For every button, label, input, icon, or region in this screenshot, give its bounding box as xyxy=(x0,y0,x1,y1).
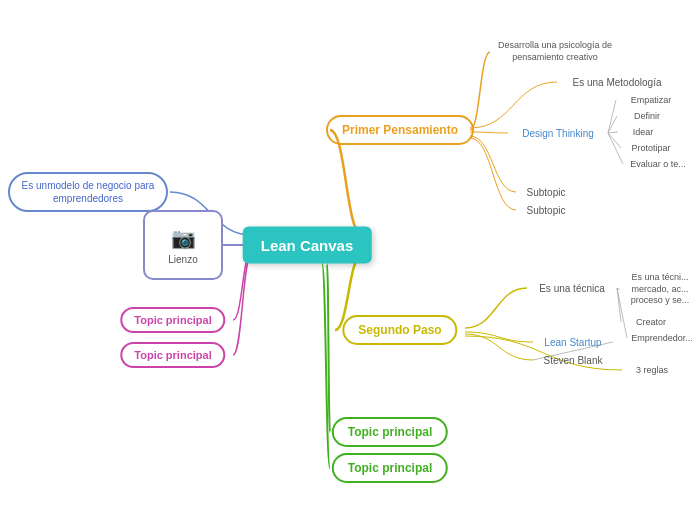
subtopic-sub1: Subtopic xyxy=(527,187,566,198)
subtopic-tecnica: Es una técnica xyxy=(539,283,605,294)
left-topic-2[interactable]: Topic principal xyxy=(120,342,225,368)
central-node[interactable]: Lean Canvas xyxy=(243,227,372,264)
topic-green-2[interactable]: Topic principal xyxy=(332,453,448,483)
subtopic-evaluar: Evaluar o te... xyxy=(630,159,686,169)
subtopic-emprendedor: Emprendedor... xyxy=(631,333,693,343)
subtopic-metodologia: Es una Metodología xyxy=(573,77,662,88)
topic-green-1[interactable]: Topic principal xyxy=(332,417,448,447)
descripcion-node: Es unmodelo de negocio para emprendedore… xyxy=(8,172,168,212)
subtopic-lean-startup: Lean Startup xyxy=(544,337,601,348)
left-topic-1[interactable]: Topic principal xyxy=(120,307,225,333)
topic-segundo[interactable]: Segundo Paso xyxy=(342,315,457,345)
camera-icon: 📷 xyxy=(171,226,196,250)
topic-primer[interactable]: Primer Pensamiento xyxy=(326,115,474,145)
subtopic-prototipar: Prototipar xyxy=(631,143,670,153)
subtopic-3reglas: 3 reglas xyxy=(636,365,668,375)
subtopic-steven-blank: Steven Blank xyxy=(544,355,603,366)
subtopic-idear: Idear xyxy=(633,127,654,137)
subtopic-creator: Creator xyxy=(636,317,666,327)
subtopic-definir: Definir xyxy=(634,111,660,121)
lienzo-label: Lienzo xyxy=(168,254,197,265)
subtopic-develop: Desarrolla una psicología depensamiento … xyxy=(490,40,620,63)
subtopic-sub2: Subtopic xyxy=(527,205,566,216)
subtopic-design-thinking: Design Thinking xyxy=(522,128,594,139)
subtopic-empatizar: Empatizar xyxy=(631,95,672,105)
subtopic-tecnica-desc: Es una técni...mercado, ac...proceso y s… xyxy=(620,272,696,307)
lienzo-node[interactable]: 📷 Lienzo xyxy=(143,210,223,280)
